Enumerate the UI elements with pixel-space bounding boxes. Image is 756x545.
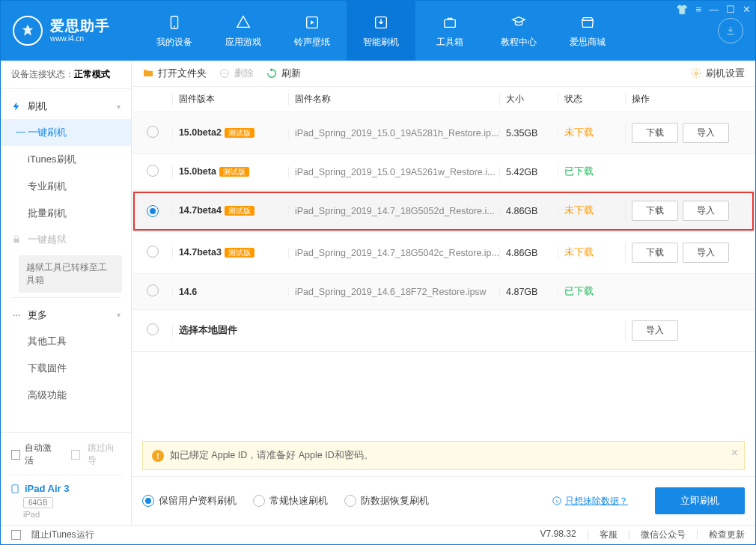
version-label: V7.98.32 xyxy=(540,529,576,541)
cell-action: 下载导入 xyxy=(625,123,745,143)
refresh-button[interactable]: 刷新 xyxy=(266,67,301,80)
skin-icon[interactable]: 👕 xyxy=(676,4,688,15)
table-row[interactable]: 14.6iPad_Spring_2019_14.6_18F72_Restore.… xyxy=(132,274,755,310)
auto-activate-checkbox[interactable] xyxy=(11,450,20,460)
skip-guide-checkbox[interactable] xyxy=(71,450,80,460)
row-action-button[interactable]: 下载 xyxy=(632,201,678,221)
menu-icon[interactable]: ≡ xyxy=(695,4,701,15)
customer-service-link[interactable]: 客服 xyxy=(600,529,618,541)
table-row[interactable]: 14.7beta4测试版iPad_Spring_2019_14.7_18G505… xyxy=(132,190,755,232)
logo-icon xyxy=(13,16,43,46)
flash-settings-button[interactable]: 刷机设置 xyxy=(690,67,745,80)
svg-point-6 xyxy=(13,314,15,316)
nav-my-device[interactable]: 我的设备 xyxy=(140,1,209,61)
sidebar-item-advanced[interactable]: 高级功能 xyxy=(1,382,131,409)
sidebar-item-other-tools[interactable]: 其他工具 xyxy=(1,328,131,355)
svg-point-11 xyxy=(695,72,698,75)
apple-id-notice: ! 如已绑定 Apple ID，请准备好 Apple ID和密码。 × xyxy=(142,441,745,470)
sidebar-item-batch-flash[interactable]: 批量刷机 xyxy=(1,200,131,227)
row-radio[interactable] xyxy=(147,323,159,335)
row-action-button[interactable]: 下载 xyxy=(632,243,678,263)
option-normal-flash[interactable]: 常规快速刷机 xyxy=(253,495,328,508)
sidebar-item-itunes-flash[interactable]: iTunes刷机 xyxy=(1,146,131,173)
cell-size: 5.42GB xyxy=(499,167,558,177)
nav-toolbox[interactable]: 工具箱 xyxy=(415,1,484,61)
row-radio[interactable] xyxy=(147,246,159,258)
row-action-button[interactable]: 导入 xyxy=(683,243,729,263)
sidebar-group-jailbreak[interactable]: 一键越狱 xyxy=(1,227,131,252)
table-row[interactable]: 14.7beta3测试版iPad_Spring_2019_14.7_18G504… xyxy=(132,232,755,274)
flash-now-button[interactable]: 立即刷机 xyxy=(655,487,745,514)
cell-status: 已下载 xyxy=(558,285,625,298)
wechat-link[interactable]: 微信公众号 xyxy=(641,529,686,541)
sidebar-item-oneclick-flash[interactable]: 一键刷机 xyxy=(1,119,131,146)
cell-action: 导入 xyxy=(625,320,745,341)
row-action-button[interactable]: 导入 xyxy=(632,320,678,341)
brand-name: 爱思助手 xyxy=(50,19,110,34)
col-action: 操作 xyxy=(625,93,745,106)
cell-size: 5.35GB xyxy=(499,128,558,138)
table-header: 固件版本 固件名称 大小 状态 操作 xyxy=(132,87,755,112)
row-radio[interactable] xyxy=(147,205,159,217)
row-action-button[interactable]: 下载 xyxy=(632,123,678,143)
nav-apps[interactable]: 应用游戏 xyxy=(209,1,278,61)
table-row[interactable]: 15.0beta测试版iPad_Spring_2019_15.0_19A5261… xyxy=(132,154,755,190)
close-icon[interactable]: ✕ xyxy=(743,4,751,15)
sidebar-jailbreak-note: 越狱工具已转移至工具箱 xyxy=(19,255,122,293)
notice-close-button[interactable]: × xyxy=(731,446,738,460)
device-type: iPad xyxy=(23,510,122,519)
block-itunes-checkbox[interactable] xyxy=(11,530,21,540)
nav-smart-flash[interactable]: 智能刷机 xyxy=(347,1,415,61)
table-row[interactable]: 选择本地固件导入 xyxy=(132,310,755,352)
tablet-icon xyxy=(10,484,20,494)
minimize-icon[interactable]: — xyxy=(709,4,719,15)
row-radio[interactable] xyxy=(147,284,159,296)
nav-tutorials[interactable]: 教程中心 xyxy=(484,1,553,61)
cell-action: 下载导入 xyxy=(625,201,745,221)
sidebar-group-more[interactable]: 更多 ▾ xyxy=(1,302,131,328)
main-nav: 我的设备 应用游戏 铃声壁纸 智能刷机 工具箱 教程中心 爱思商城 xyxy=(140,1,718,61)
device-name[interactable]: iPad Air 3 xyxy=(10,483,122,494)
erase-data-link[interactable]: 只想抹除数据？ xyxy=(552,495,628,508)
status-bar: 阻止iTunes运行 V7.98.32| 客服| 微信公众号| 检查更新 xyxy=(1,525,755,544)
folder-icon xyxy=(142,67,154,79)
option-keep-data[interactable]: 保留用户资料刷机 xyxy=(142,495,237,508)
check-update-link[interactable]: 检查更新 xyxy=(709,529,745,541)
cell-name: iPad_Spring_2019_15.0_19A5261w_Restore.i… xyxy=(288,167,499,177)
row-action-button[interactable]: 导入 xyxy=(683,123,729,143)
row-radio[interactable] xyxy=(147,126,159,138)
cell-status: 未下载 xyxy=(558,127,625,139)
skip-guide-label: 跳过向导 xyxy=(88,442,121,467)
beta-badge: 测试版 xyxy=(225,128,254,138)
flash-icon xyxy=(11,101,22,112)
cell-status: 未下载 xyxy=(558,204,625,217)
row-radio[interactable] xyxy=(147,165,159,177)
firmware-table: 15.0beta2测试版iPad_Spring_2019_15.0_19A528… xyxy=(132,112,755,435)
col-name: 固件名称 xyxy=(288,93,499,106)
svg-rect-4 xyxy=(445,19,456,27)
svg-rect-9 xyxy=(12,484,18,493)
sidebar-group-flash[interactable]: 刷机 ▾ xyxy=(1,94,131,119)
row-action-button[interactable]: 导入 xyxy=(683,201,729,221)
cell-action: 下载导入 xyxy=(625,243,745,263)
cell-name: iPad_Spring_2019_14.7_18G5052d_Restore.i… xyxy=(288,206,499,216)
sidebar-item-download-firmware[interactable]: 下载固件 xyxy=(1,355,131,382)
svg-point-7 xyxy=(16,314,17,316)
sidebar-item-pro-flash[interactable]: 专业刷机 xyxy=(1,173,131,200)
table-row[interactable]: 15.0beta2测试版iPad_Spring_2019_15.0_19A528… xyxy=(132,112,755,154)
connection-status: 设备连接状态：正常模式 xyxy=(1,61,131,89)
cell-version: 15.0beta2测试版 xyxy=(172,127,288,138)
header-download-button[interactable] xyxy=(718,18,743,43)
open-folder-button[interactable]: 打开文件夹 xyxy=(142,67,207,80)
radio-icon xyxy=(253,495,265,507)
nav-store[interactable]: 爱思商城 xyxy=(553,1,622,61)
cell-name: iPad_Spring_2019_15.0_19A5281h_Restore.i… xyxy=(288,128,499,138)
cell-status: 未下载 xyxy=(558,246,625,259)
option-anti-recovery[interactable]: 防数据恢复刷机 xyxy=(344,495,429,508)
radio-icon xyxy=(344,495,356,507)
warning-icon: ! xyxy=(152,450,164,462)
svg-rect-5 xyxy=(14,239,19,243)
delete-button[interactable]: 删除 xyxy=(219,67,254,80)
nav-ringtones[interactable]: 铃声壁纸 xyxy=(278,1,347,61)
maximize-icon[interactable]: ☐ xyxy=(726,4,735,15)
